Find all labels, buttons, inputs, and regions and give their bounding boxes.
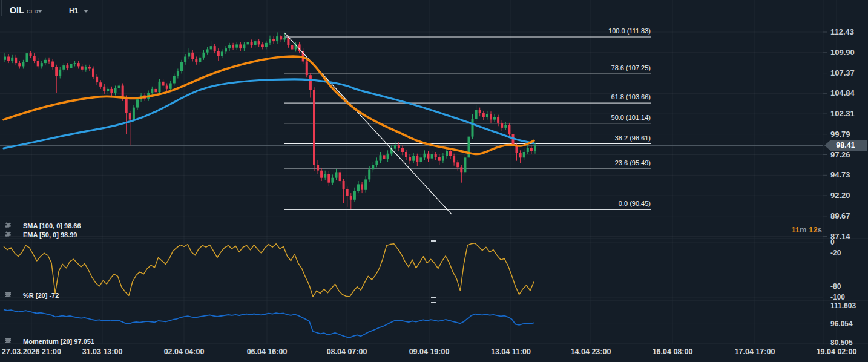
candle-countdown-timer: 11m 12s (791, 225, 822, 234)
price-axis-label: 99.79 (830, 130, 850, 139)
price-axis-label: 112.43 (830, 27, 854, 36)
close-icon[interactable] (14, 223, 21, 229)
momentum-axis-label: 111.603 (830, 301, 856, 310)
instrument-type-label: CFD (27, 8, 38, 15)
indicator-row-ema: EMA [50, 0] 98.99 (5, 231, 77, 239)
indicator-label-momentum: Momentum [20] 97.051 (23, 338, 94, 345)
timeframe-dropdown[interactable]: H1 (69, 7, 78, 15)
scale-handle[interactable] (431, 297, 436, 298)
fib-label[interactable]: 0.0 (90.45) (619, 200, 651, 207)
wpr-line (4, 243, 534, 297)
fib-label[interactable]: 23.6 (95.49) (615, 159, 651, 166)
fib-retracement[interactable] (284, 37, 651, 209)
scale-handle[interactable] (431, 240, 436, 242)
scale-handle[interactable] (431, 302, 436, 303)
momentum-axis-label: 96.054 (830, 320, 853, 328)
time-axis-label: 06.04 16:00 (247, 347, 288, 356)
time-axis-label: 09.04 19:00 (409, 347, 450, 356)
wpr-axis-label: 0 (830, 238, 835, 246)
fib-label[interactable]: 38.2 (98.61) (615, 134, 651, 142)
time-axis-label: 13.04 11:00 (491, 347, 531, 356)
time-axis-label: 27.03.2026 21:00 (2, 347, 61, 356)
time-axis-label: 31.03 13:00 (82, 347, 123, 356)
price-axis-label: 109.90 (830, 48, 855, 57)
close-icon[interactable] (14, 232, 21, 239)
indicator-row-sma: SMA [100, 0] 98.66 (5, 222, 81, 230)
indicator-label-ema: EMA [50, 0] 98.99 (23, 231, 77, 239)
time-axis-label: 17.04 17:00 (735, 347, 775, 356)
wpr-axis-label: -20 (830, 249, 841, 257)
price-axis-label: 104.84 (830, 88, 855, 97)
fib-label[interactable]: 100.0 (111.83) (608, 27, 651, 35)
ema-line (4, 56, 534, 154)
close-icon[interactable] (14, 338, 21, 345)
indicator-row-momentum: Momentum [20] 97.051 (5, 337, 94, 346)
close-icon[interactable] (14, 292, 21, 299)
wpr-axis-label: -100 (830, 293, 845, 301)
chevron-down-icon[interactable] (84, 10, 88, 13)
chart-canvas[interactable] (0, 0, 868, 362)
price-axis-label: 89.67 (830, 211, 850, 220)
chevron-down-icon[interactable] (38, 10, 42, 13)
symbol-label[interactable]: OIL (10, 5, 24, 15)
momentum-line (4, 309, 534, 337)
time-axis-label: 08.04 07:00 (327, 347, 367, 356)
price-axis-label: 94.73 (830, 170, 850, 179)
fib-label[interactable]: 78.6 (107.25) (611, 64, 651, 71)
trading-app: OIL CFD H1 SMA [100, 0] 98.66 EMA [50, 0… (0, 0, 868, 362)
price-axis-label: 107.37 (830, 68, 855, 77)
price-axis-label: 102.31 (830, 109, 855, 118)
momentum-axis-label: 80.505 (830, 338, 853, 347)
time-axis-label: 19.04 02:00 (817, 347, 857, 356)
fib-label[interactable]: 61.8 (103.66) (611, 93, 651, 100)
fib-label[interactable]: 50.0 (101.14) (611, 114, 651, 121)
grid (0, 0, 868, 344)
price-axis-label: 92.20 (830, 191, 850, 200)
time-axis-label: 14.04 23:00 (571, 347, 611, 356)
time-axis-label: 02.04 04:00 (164, 347, 205, 356)
indicator-row-wpr: %R [20] -72 (5, 291, 59, 300)
wpr-axis-label: -80 (830, 282, 841, 291)
toolbar-divider (1, 0, 2, 16)
price-axis-label: 97.26 (830, 150, 850, 159)
time-axis-label: 16.04 08:00 (653, 347, 693, 356)
indicator-label-wpr: %R [20] -72 (23, 292, 59, 299)
current-price-tag: 98.41 (824, 140, 867, 151)
indicator-label-sma: SMA [100, 0] 98.66 (23, 222, 81, 229)
